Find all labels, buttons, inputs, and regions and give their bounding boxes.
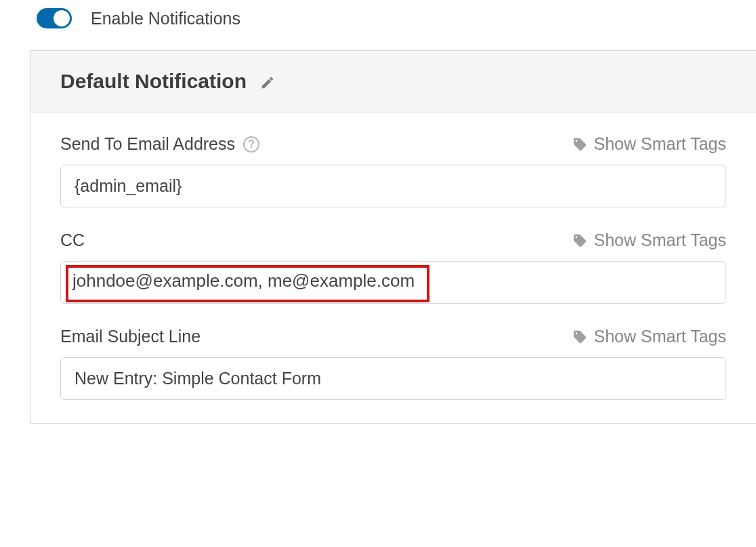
tag-icon: [572, 137, 587, 152]
cc-label: CC: [60, 230, 85, 250]
smart-tags-button[interactable]: Show Smart Tags: [572, 134, 726, 154]
enable-notifications-toggle[interactable]: [37, 8, 72, 28]
toggle-knob: [54, 10, 70, 26]
tag-icon: [572, 329, 587, 344]
send-to-field: Send To Email Address Show Smart Tags: [60, 134, 726, 207]
tag-icon: [572, 233, 587, 248]
smart-tags-button[interactable]: Show Smart Tags: [572, 327, 726, 346]
send-to-input[interactable]: [60, 165, 726, 207]
cc-field: CC Show Smart Tags johndoe@example.com, …: [60, 230, 726, 304]
help-icon[interactable]: [243, 136, 259, 153]
subject-label: Email Subject Line: [60, 327, 201, 346]
pencil-icon: [260, 75, 275, 90]
cc-input[interactable]: [60, 261, 726, 304]
smart-tags-label: Show Smart Tags: [594, 327, 726, 346]
smart-tags-button[interactable]: Show Smart Tags: [572, 230, 726, 250]
subject-field: Email Subject Line Show Smart Tags: [60, 327, 726, 400]
smart-tags-label: Show Smart Tags: [594, 230, 726, 250]
panel-title: Default Notification: [60, 70, 247, 93]
notification-panel: Default Notification Send To Email Addre…: [30, 50, 756, 424]
edit-title-button[interactable]: [260, 73, 275, 90]
enable-notifications-label: Enable Notifications: [91, 9, 240, 28]
smart-tags-label: Show Smart Tags: [594, 134, 726, 154]
panel-header: Default Notification: [30, 51, 756, 113]
subject-input[interactable]: [60, 357, 726, 400]
send-to-label: Send To Email Address: [60, 134, 235, 154]
